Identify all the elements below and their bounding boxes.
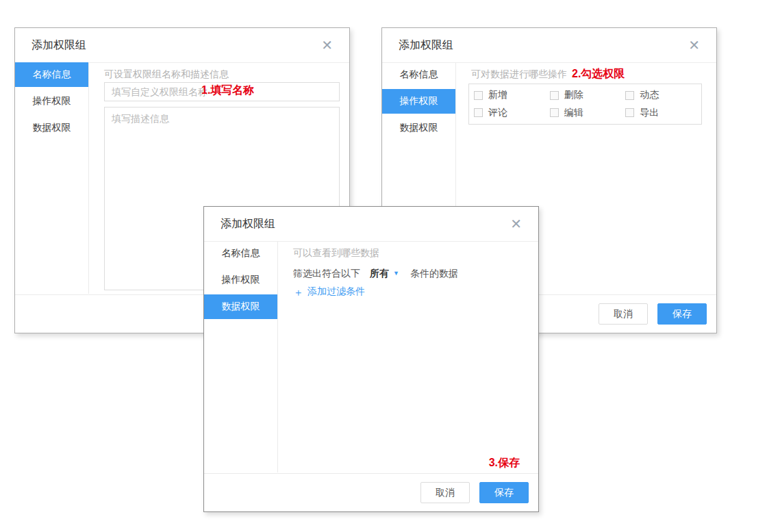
checkbox-label: 编辑 [564, 107, 583, 119]
checkbox-label: 新增 [488, 89, 507, 101]
add-filter-label: 添加过滤条件 [307, 286, 365, 298]
dialog-header: 添加权限组 ✕ [15, 28, 349, 63]
annotation-step2: 2.勾选权限 [572, 67, 625, 81]
checkbox-label: 导出 [640, 107, 659, 119]
filter-selected-value: 所有 [370, 266, 389, 280]
checkbox-icon[interactable] [625, 91, 634, 100]
filter-prefix-label: 筛选出符合以下 [293, 266, 360, 280]
tab-operation-permissions[interactable]: 操作权限 [204, 268, 277, 292]
filter-condition-row: 筛选出符合以下 所有 ▼ 条件的数据 [293, 266, 529, 280]
checkbox-item-activity[interactable]: 动态 [625, 89, 701, 101]
dialog-title: 添加权限组 [399, 38, 453, 53]
checkbox-icon[interactable] [550, 91, 559, 100]
tab-data-permissions[interactable]: 数据权限 [382, 116, 455, 140]
dialog-footer: 取消 保存 [204, 473, 538, 511]
checkbox-label: 评论 [488, 107, 507, 119]
tab-name-info[interactable]: 名称信息 [15, 62, 88, 87]
dialog-header: 添加权限组 ✕ [204, 207, 538, 242]
tab-data-permissions[interactable]: 数据权限 [204, 294, 277, 319]
checkbox-label: 删除 [564, 89, 583, 101]
close-icon[interactable]: ✕ [510, 217, 522, 231]
checkbox-icon[interactable] [550, 108, 559, 117]
operations-checkbox-group: 新增 删除 动态 评论 编辑 导出 [468, 84, 702, 125]
checkbox-item-export[interactable]: 导出 [625, 107, 701, 119]
checkbox-item-comment[interactable]: 评论 [474, 107, 550, 119]
checkbox-label: 动态 [640, 89, 659, 101]
dialog-sidebar: 名称信息 操作权限 数据权限 [204, 241, 278, 472]
tab-data-permissions[interactable]: 数据权限 [15, 116, 88, 140]
annotation-step3: 3.保存 [489, 456, 520, 470]
checkbox-item-add[interactable]: 新增 [474, 89, 550, 101]
section-heading: 可设置权限组名称和描述信息 [104, 67, 340, 81]
add-filter-condition-link[interactable]: ＋ 添加过滤条件 [293, 286, 529, 298]
tab-operation-permissions[interactable]: 操作权限 [15, 89, 88, 114]
dialog-body: 可以查看到哪些数据 筛选出符合以下 所有 ▼ 条件的数据 ＋ 添加过滤条件 [293, 241, 529, 298]
dialog-add-permission-group-data: 添加权限组 ✕ 名称信息 操作权限 数据权限 可以查看到哪些数据 筛选出符合以下… [203, 206, 539, 512]
cancel-button[interactable]: 取消 [420, 482, 470, 503]
checkbox-icon[interactable] [625, 108, 634, 117]
close-icon[interactable]: ✕ [321, 38, 333, 52]
plus-icon: ＋ [293, 287, 303, 297]
annotation-step1: 1.填写名称 [201, 84, 254, 97]
tab-name-info[interactable]: 名称信息 [204, 241, 277, 266]
dialog-title: 添加权限组 [32, 38, 86, 53]
close-icon[interactable]: ✕ [688, 38, 700, 52]
checkbox-icon[interactable] [474, 108, 483, 117]
filter-suffix-label: 条件的数据 [410, 266, 458, 280]
cancel-button[interactable]: 取消 [599, 303, 648, 325]
checkbox-item-edit[interactable]: 编辑 [550, 107, 626, 119]
tab-operation-permissions[interactable]: 操作权限 [382, 89, 455, 114]
filter-match-dropdown[interactable]: 所有 ▼ [370, 266, 399, 280]
checkbox-item-delete[interactable]: 删除 [550, 89, 626, 101]
section-heading: 可以查看到哪些数据 [293, 246, 529, 259]
dialog-sidebar: 名称信息 操作权限 数据权限 [15, 62, 89, 294]
dialog-title: 添加权限组 [221, 217, 275, 231]
save-button[interactable]: 保存 [479, 482, 529, 503]
chevron-down-icon: ▼ [393, 266, 399, 280]
dialog-header: 添加权限组 ✕ [382, 28, 716, 63]
checkbox-icon[interactable] [474, 91, 483, 100]
save-button[interactable]: 保存 [657, 303, 707, 325]
tab-name-info[interactable]: 名称信息 [382, 62, 455, 87]
